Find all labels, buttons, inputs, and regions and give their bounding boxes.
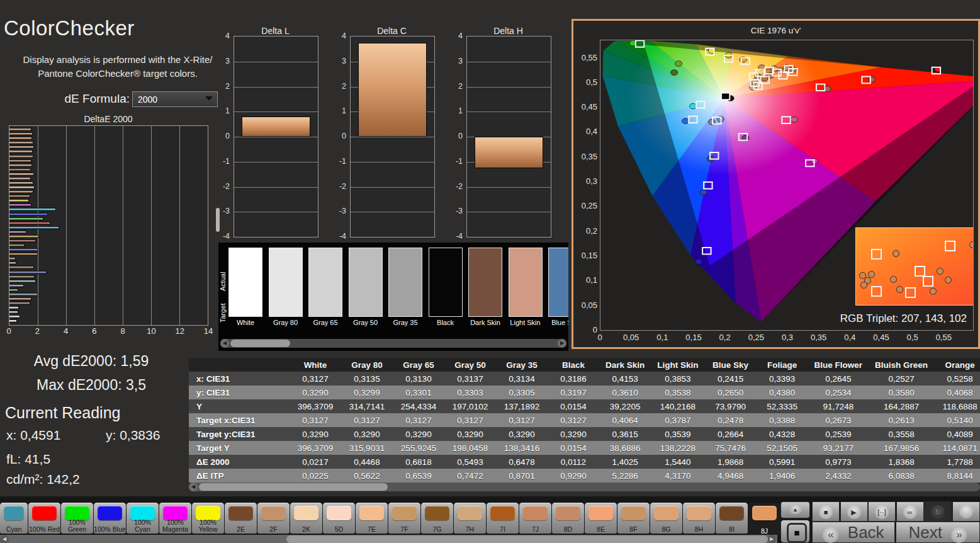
patch-button-7j[interactable]: 7J [519, 503, 551, 534]
patch-swatch[interactable] [468, 248, 502, 317]
table-cell: 0,9290 [548, 469, 599, 483]
patch-scrollbar[interactable]: ◀ ▶ [0, 535, 777, 543]
patch-button-5d[interactable]: 5D [323, 503, 355, 534]
measurement-point [682, 118, 689, 124]
refresh-button[interactable]: ↻ [924, 501, 952, 522]
patch-button-100-blue[interactable]: 100% Blue [94, 503, 126, 534]
stop-square-button[interactable]: ■ [780, 520, 810, 543]
stop-icon: ■ [819, 505, 833, 519]
patch-color-chip [261, 506, 286, 520]
splitter-handle[interactable] [216, 208, 220, 232]
patch-swatch[interactable] [509, 248, 543, 317]
patch-button-cyan[interactable]: Cyan [0, 503, 28, 534]
patch-swatch[interactable] [548, 248, 568, 317]
colorchecker-app: ColorChecker Display analysis is perform… [0, 0, 980, 543]
patch-button-8h[interactable]: 8H [683, 503, 715, 534]
inset-measurement-marker [930, 288, 937, 295]
y-tick-label: -3 [331, 207, 346, 215]
patch-button-100-green[interactable]: 100% Green [61, 503, 93, 534]
delta-chart-plot [466, 36, 551, 237]
measurement-point [671, 70, 678, 76]
table-row-label: ΔE 2000 [189, 455, 290, 469]
blank-button[interactable] [952, 501, 980, 522]
patch-button-100-yellow[interactable]: 100% Yellow [192, 503, 224, 534]
table-corner [189, 358, 290, 372]
patch-button-8e[interactable]: 8E [585, 503, 617, 534]
patch-button-2f[interactable]: 2F [257, 503, 290, 534]
scroll-right-icon[interactable]: ▶ [767, 535, 776, 543]
inset-measurement-marker [893, 250, 899, 257]
table-cell: 8,8144 [934, 469, 980, 483]
gridline [351, 137, 434, 137]
deltae-bar [9, 284, 24, 287]
patch-button-8j[interactable]: 8J [748, 503, 780, 535]
patch-swatch[interactable] [429, 248, 463, 317]
scroll-right-icon[interactable]: ▶ [558, 339, 566, 348]
x-tick-label: 0,55 [936, 333, 952, 342]
table-row-label: ΔE ITP [189, 469, 290, 483]
patch-button-7h[interactable]: 7H [454, 503, 486, 534]
patch-swatch[interactable] [308, 248, 342, 317]
patch-swatch[interactable] [388, 248, 422, 317]
deltae-x-axis: 02468101214 [9, 326, 208, 336]
strip-scrollbar[interactable]: ◀ ▶ [220, 339, 566, 348]
range-button[interactable]: [··] [868, 501, 896, 522]
y-tick-label: 4 [215, 31, 230, 40]
table-cell: 0,3134 [496, 372, 548, 386]
table-row: ΔE 20000,02170,44680,68180,54930,64780,0… [189, 455, 980, 469]
cie-zoom-inset [855, 227, 974, 306]
scroll-left-icon[interactable]: ◀ [0, 535, 9, 543]
patch-button-2k[interactable]: 2K [290, 503, 322, 534]
table-scroll-thumb[interactable] [199, 483, 388, 491]
table-cell: 0,3290 [496, 427, 548, 441]
table-cell: 0,3787 [651, 413, 704, 427]
patch-button-100-red[interactable]: 100% Red [28, 503, 60, 534]
page-title: ColorChecker [4, 16, 135, 40]
table-cell: 0,3580 [869, 386, 934, 399]
table-column-header: Gray 50 [444, 358, 496, 372]
fl-readout: fL: 41,5 [6, 452, 50, 467]
patch-swatch[interactable] [228, 248, 262, 317]
patch-button-100-magenta[interactable]: 100% Magenta [159, 503, 191, 534]
back-button[interactable]: « Back [812, 522, 895, 543]
next-button[interactable]: Next » [896, 522, 980, 543]
patch-button-7f[interactable]: 7F [388, 503, 420, 534]
cdm2-readout: cd/m²: 142,2 [6, 472, 80, 487]
table-cell: 1,5440 [651, 455, 704, 469]
table-cell: 0,3127 [444, 413, 496, 427]
patch-button-8g[interactable]: 8G [650, 503, 682, 534]
patch-color-chip [719, 506, 744, 520]
loop-button[interactable]: ∞ [896, 501, 924, 522]
formula-value: 2000 [138, 94, 157, 105]
table-column-header: Dark Skin [599, 358, 651, 372]
strip-scroll-thumb[interactable] [230, 340, 290, 347]
stop-button[interactable]: ■ [812, 501, 840, 522]
cie-diagram-panel: CIE 1976 u'v' [572, 19, 980, 349]
table-cell: 0,2673 [808, 413, 869, 427]
play-button[interactable]: ▶ [840, 501, 868, 522]
formula-dropdown[interactable]: 2000 [132, 91, 218, 107]
deltae-bar [9, 271, 47, 274]
measurement-point [675, 61, 682, 67]
patch-button-8d[interactable]: 8D [552, 503, 584, 534]
collapse-up-button[interactable]: ▲ [780, 501, 810, 518]
table-row-label: Target Y [189, 441, 290, 455]
scroll-left-icon[interactable]: ◀ [220, 339, 229, 348]
patch-swatch[interactable] [269, 248, 303, 317]
patch-swatch[interactable] [349, 248, 383, 317]
patch-button-7g[interactable]: 7G [421, 503, 453, 534]
patch-scroll-thumb[interactable] [286, 535, 768, 543]
patch-button-8f[interactable]: 8F [617, 503, 650, 534]
y-tick-label: 0,45 [575, 102, 597, 111]
deltae-bar [9, 257, 16, 260]
table-scrollbar[interactable]: ◀ [189, 483, 980, 491]
scroll-left-icon[interactable]: ◀ [189, 483, 198, 491]
table-row-label: Target y:CIE31 [189, 427, 290, 441]
patch-button-100-cyan[interactable]: 100% Cyan [127, 503, 159, 534]
patch-button-7e[interactable]: 7E [356, 503, 388, 534]
patch-button-7i[interactable]: 7I [487, 503, 519, 534]
y-tick-label: 0 [215, 132, 230, 140]
patch-button-2e[interactable]: 2E [225, 503, 257, 534]
patch-button-8i[interactable]: 8I [716, 503, 748, 534]
table-cell: 0,3393 [757, 372, 808, 386]
